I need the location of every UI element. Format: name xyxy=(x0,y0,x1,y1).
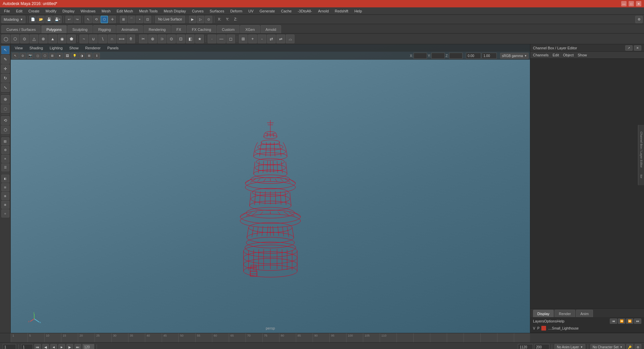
ipr-btn[interactable]: ▷ xyxy=(197,16,204,23)
edge-mode[interactable]: — xyxy=(217,35,226,43)
vp-menu-renderer[interactable]: Renderer xyxy=(83,45,103,51)
menu-edit[interactable]: Edit xyxy=(13,8,25,14)
end-frame-field[interactable] xyxy=(83,344,94,349)
platonic-tool[interactable]: ⬟ xyxy=(67,35,76,43)
layer-name[interactable]: ....Small_Lighthouse xyxy=(548,327,579,330)
cb-channels[interactable]: Channels xyxy=(533,53,548,57)
vp-grid[interactable]: ⊞ xyxy=(86,53,93,59)
target-weld[interactable]: ⊕ xyxy=(148,35,157,43)
universal-manip[interactable]: ⊕ xyxy=(1,95,10,104)
play-back-btn[interactable]: ◄ xyxy=(50,344,57,349)
shrink-selection[interactable]: - xyxy=(258,35,266,43)
cylinder-tool[interactable]: ⊙ xyxy=(20,35,29,43)
layer-end-btn[interactable]: ⏭ xyxy=(634,318,641,324)
vp-display[interactable]: ◻ xyxy=(34,53,41,59)
menu-edit-mesh[interactable]: Edit Mesh xyxy=(114,8,136,14)
tab-rendering[interactable]: Rendering xyxy=(144,25,171,33)
poke-tool[interactable]: ★ xyxy=(195,35,204,43)
select-mode-btn[interactable]: ⬡ xyxy=(101,16,108,23)
move-tool-btn[interactable]: ✛ xyxy=(109,16,116,23)
tab-render[interactable]: Render xyxy=(554,310,575,317)
quick-layout-4[interactable]: ⊞ xyxy=(1,201,9,209)
paint-tool[interactable]: ✎ xyxy=(1,55,10,64)
vp-menu-lighting[interactable]: Lighting xyxy=(48,45,65,51)
snap-curve-btn[interactable]: ⌒ xyxy=(128,16,135,23)
show-render-btn[interactable]: ⊙ xyxy=(205,16,212,23)
vp-shading-mode[interactable]: ⬡ xyxy=(42,53,48,59)
outliner[interactable]: ≡ xyxy=(1,155,9,163)
menu-file[interactable]: File xyxy=(1,8,13,14)
snap-grid-btn[interactable]: ⊞ xyxy=(120,16,127,23)
start-frame-field[interactable] xyxy=(21,344,33,349)
layer-prev-btn[interactable]: ⏮ xyxy=(610,318,617,324)
vp-val1[interactable] xyxy=(466,53,481,59)
grow-selection[interactable]: + xyxy=(248,35,257,43)
layer-panel[interactable]: ▤ xyxy=(1,137,9,145)
save-btn[interactable]: 💾 xyxy=(45,16,53,23)
menu-mesh[interactable]: Mesh xyxy=(99,8,113,14)
tab-custom[interactable]: Custom xyxy=(217,25,240,33)
gamma-selector[interactable]: sRGB gamma ▼ xyxy=(500,53,529,59)
menu-generate[interactable]: Generate xyxy=(257,8,278,14)
tab-xgen[interactable]: XGen xyxy=(240,25,260,33)
layers-menu[interactable]: Layers xyxy=(533,319,544,323)
menu-cache[interactable]: Cache xyxy=(278,8,294,14)
vp-x-field[interactable] xyxy=(414,53,427,59)
open-btn[interactable]: 📂 xyxy=(37,16,45,23)
cube-tool[interactable]: ⬡ xyxy=(11,35,19,43)
menu-modify[interactable]: Modify xyxy=(43,8,59,14)
menu-curves[interactable]: Curves xyxy=(189,8,206,14)
vp-smooth[interactable]: ● xyxy=(56,53,63,59)
current-frame-field[interactable] xyxy=(3,344,16,349)
torus-tool[interactable]: ⊗ xyxy=(39,35,48,43)
menu-display[interactable]: Display xyxy=(60,8,77,14)
offset-loop[interactable]: ⊡ xyxy=(176,35,185,43)
cone-tool[interactable]: ▲ xyxy=(48,35,57,43)
fill-hole[interactable]: ⊙ xyxy=(167,35,176,43)
vp-show-hide[interactable]: ⊙ xyxy=(19,53,26,59)
range-start-field[interactable] xyxy=(518,344,533,349)
rotate-tool[interactable]: ↻ xyxy=(1,74,10,83)
vp-texture[interactable]: 🖼 xyxy=(64,53,70,59)
next-frame-btn[interactable]: ▶ xyxy=(66,344,73,349)
close-button[interactable]: ✕ xyxy=(636,1,641,6)
char-set-selector[interactable]: No Character Set ▼ xyxy=(590,344,625,349)
anim-layer-selector[interactable]: No Anim Layer ▼ xyxy=(554,344,585,349)
menu-mesh-tools[interactable]: Mesh Tools xyxy=(137,8,160,14)
next-key-btn[interactable]: ⏭ xyxy=(74,344,81,349)
range-end-field[interactable] xyxy=(534,344,549,349)
workspace-selector[interactable]: Modeling ▼ xyxy=(1,16,25,23)
panel-close-btn[interactable]: ✕ xyxy=(634,45,641,51)
menu-deform[interactable]: Deform xyxy=(227,8,245,14)
extrude-tool[interactable]: ⤊ xyxy=(126,35,135,43)
attribute-editor[interactable]: ☰ xyxy=(1,163,9,171)
cb-edit[interactable]: Edit xyxy=(552,53,559,57)
vp-menu-show[interactable]: Show xyxy=(67,45,81,51)
render-btn[interactable]: ▶ xyxy=(189,16,196,23)
viewport[interactable]: View Shading Lighting Show Renderer Pane… xyxy=(11,44,530,333)
quick-layout-1[interactable]: ◧ xyxy=(1,174,9,183)
boolean-diff[interactable]: ∖ xyxy=(98,35,107,43)
vp-wire[interactable]: ⊞ xyxy=(49,53,56,59)
vp-menu-shading[interactable]: Shading xyxy=(28,45,45,51)
menu-surfaces[interactable]: Surfaces xyxy=(207,8,227,14)
menu-redshift[interactable]: Redshift xyxy=(332,8,351,14)
menu-help[interactable]: Help xyxy=(352,8,365,14)
move-tool[interactable]: ✛ xyxy=(1,64,10,73)
layer-p-label[interactable]: P xyxy=(537,327,540,330)
smooth-tool[interactable]: ~ xyxy=(79,35,88,43)
mirror-tool[interactable]: ⟺ xyxy=(117,35,126,43)
disc-tool[interactable]: ◉ xyxy=(58,35,66,43)
cb-show[interactable]: Show xyxy=(578,53,587,57)
panel-float-btn[interactable]: ↗ xyxy=(625,45,633,51)
minimize-button[interactable]: — xyxy=(621,1,627,6)
prev-key-btn[interactable]: ⏮ xyxy=(34,344,41,349)
layers-help-menu[interactable]: Help xyxy=(557,319,565,323)
tab-curves-surfaces[interactable]: Curves / Surfaces xyxy=(1,25,41,33)
timeline[interactable]: 1 5 10 15 20 25 30 35 40 45 50 55 60 65 … xyxy=(0,333,644,342)
vp-z-field[interactable] xyxy=(449,53,463,59)
maximize-button[interactable]: □ xyxy=(629,1,634,6)
quick-layout-3[interactable]: ⊞ xyxy=(1,192,9,200)
vp-shadow[interactable]: ◑ xyxy=(78,53,85,59)
vp-menu-panels[interactable]: Panels xyxy=(105,45,121,51)
